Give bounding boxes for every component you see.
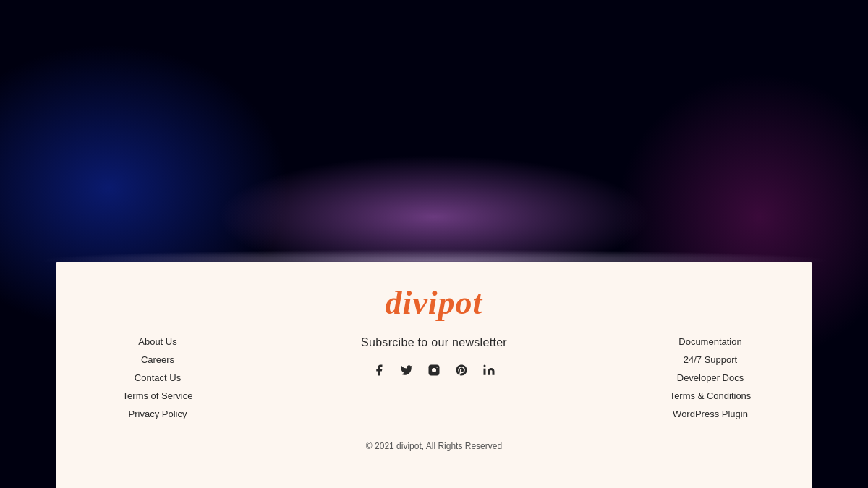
newsletter-title: Subsrcibe to our newsletter xyxy=(361,336,507,349)
link-developer-docs[interactable]: Developer Docs xyxy=(677,372,744,383)
footer-logo: divipot xyxy=(386,283,483,322)
linkedin-link[interactable] xyxy=(482,364,495,380)
link-careers[interactable]: Careers xyxy=(141,354,174,365)
link-privacy-policy[interactable]: Privacy Policy xyxy=(129,408,187,419)
pinterest-icon xyxy=(455,364,468,377)
footer-columns: About Us Careers Contact Us Terms of Ser… xyxy=(56,322,812,419)
facebook-link[interactable] xyxy=(373,364,386,380)
link-wordpress-plugin[interactable]: WordPress Plugin xyxy=(673,408,748,419)
link-support[interactable]: 24/7 Support xyxy=(684,354,737,365)
svg-point-3 xyxy=(484,365,486,367)
link-documentation[interactable]: Documentation xyxy=(678,336,741,347)
social-icons xyxy=(373,364,495,380)
link-about-us[interactable]: About Us xyxy=(138,336,176,347)
footer-left-links: About Us Careers Contact Us Terms of Ser… xyxy=(100,336,216,419)
instagram-icon xyxy=(427,364,441,377)
link-contact-us[interactable]: Contact Us xyxy=(135,372,181,383)
footer-panel: divipot About Us Careers Contact Us Term… xyxy=(56,262,812,488)
twitter-icon xyxy=(400,364,413,377)
copyright: © 2021 divipot, All Rights Reserved xyxy=(366,441,502,451)
footer-right-links: Documentation 24/7 Support Developer Doc… xyxy=(652,336,768,419)
linkedin-icon xyxy=(482,364,495,377)
link-terms-of-service[interactable]: Terms of Service xyxy=(123,390,193,401)
instagram-link[interactable] xyxy=(427,364,441,380)
link-terms-conditions[interactable]: Terms & Conditions xyxy=(670,390,752,401)
svg-rect-2 xyxy=(484,369,486,375)
pinterest-link[interactable] xyxy=(455,364,468,380)
twitter-link[interactable] xyxy=(400,364,413,380)
facebook-icon xyxy=(373,364,386,377)
footer-center: Subsrcibe to our newsletter xyxy=(216,336,652,380)
footer-content: divipot About Us Careers Contact Us Term… xyxy=(56,262,812,451)
